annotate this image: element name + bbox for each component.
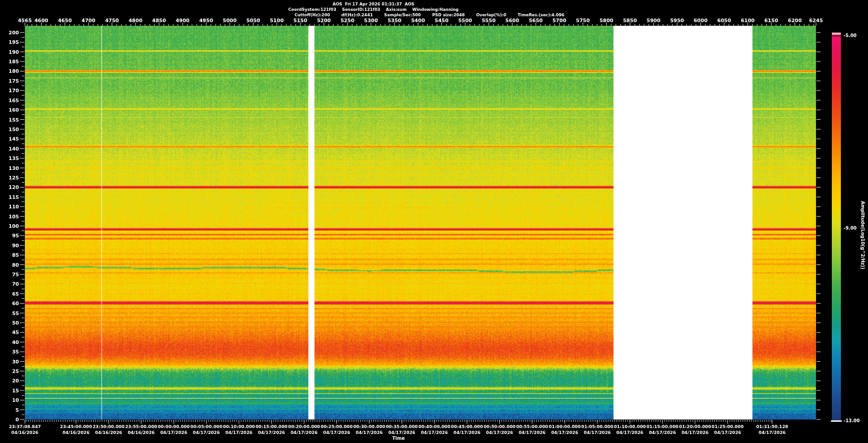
record-tick-label: 6050 — [717, 18, 731, 23]
freq-tick-label: 75 — [0, 272, 19, 277]
freq-tick-label-text: 170 — [0, 88, 19, 93]
time-tick-label-text: 01:25:00.000 — [712, 424, 744, 429]
freq-tick-label-text: 10 — [0, 398, 19, 403]
time-tick-label: 23:37:08.84704/16/2026 — [9, 424, 41, 435]
freq-tick-label: 95 — [0, 233, 19, 238]
time-tick-label-text: 04/17/2026 — [614, 429, 646, 435]
freq-tick-label-text: 95 — [0, 233, 19, 238]
header-processing-params: Cuttoff(Hz):200 df(Hz):0.2441 Sample/Sec… — [294, 13, 564, 18]
spectrogram-canvas[interactable] — [0, 0, 868, 443]
record-tick-label-text: 5300 — [364, 18, 378, 23]
time-tick-label-text: 00:00:00.000 — [158, 424, 190, 429]
time-tick-label: 00:45:00.00004/17/2026 — [451, 424, 483, 435]
colorbar-tick-label: -13.00 — [844, 418, 860, 423]
time-tick-label: 23:45:00.00004/16/2026 — [60, 424, 92, 435]
freq-tick-label: 130 — [0, 166, 19, 171]
time-tick-label-text: 04/16/2026 — [9, 429, 41, 435]
freq-tick-label-text: 145 — [0, 137, 19, 141]
time-tick-label-text: 01:00:00.000 — [549, 424, 581, 429]
time-tick-label-text: 00:40:00.000 — [419, 424, 451, 429]
record-tick-label: 4600 — [34, 18, 48, 23]
record-tick-label: 4800 — [128, 18, 142, 23]
time-tick-label: 00:20:00.00004/17/2026 — [288, 424, 320, 435]
record-tick-label: 5050 — [246, 18, 260, 23]
freq-tick-label-text: 40 — [0, 340, 19, 345]
record-tick-label-text: 4900 — [176, 18, 190, 23]
time-tick-label-text: 04/17/2026 — [712, 429, 744, 435]
freq-tick-label: 135 — [0, 156, 19, 161]
record-tick-label-text: 5850 — [623, 18, 637, 23]
time-tick-label-text: 01:15:00.000 — [646, 424, 679, 429]
record-tick-label: 5350 — [387, 18, 401, 23]
freq-tick-label: 150 — [0, 127, 19, 132]
freq-tick-label-text: 85 — [0, 253, 19, 258]
time-tick-label-text: 01:05:00.000 — [581, 424, 613, 429]
time-tick-label-text: 00:30:00.000 — [353, 424, 385, 429]
colorbar-tick-label-text: -13.00 — [844, 418, 860, 423]
record-tick-label: 5000 — [223, 18, 237, 23]
freq-tick-label: 40 — [0, 340, 19, 345]
time-tick-label-text: 01:10:00.000 — [614, 424, 646, 429]
freq-tick-label-text: 200 — [0, 30, 19, 35]
time-tick-label-text: 04/17/2026 — [484, 429, 516, 435]
record-tick-label: 5550 — [482, 18, 496, 23]
record-tick-label-text: 6100 — [741, 18, 755, 23]
record-tick-label-text: 6245 — [809, 18, 823, 23]
time-tick-label-text: 01:31:50.128 — [756, 424, 788, 429]
freq-tick-label: 180 — [0, 69, 19, 74]
record-tick-label: 5650 — [529, 18, 543, 23]
record-tick-label: 4900 — [176, 18, 190, 23]
record-tick-label: 4950 — [199, 18, 213, 23]
time-tick-label-text: 00:05:00.000 — [190, 424, 222, 429]
record-tick-label-text: 4950 — [199, 18, 213, 23]
freq-tick-label-text: 125 — [0, 175, 19, 180]
colorbar-title: Amplitude(Log10(g^2/Hz)) — [860, 201, 865, 269]
time-tick-label-text: 04/16/2026 — [125, 429, 157, 435]
record-tick-label: 5800 — [599, 18, 613, 23]
time-tick-label: 00:30:00.00004/17/2026 — [353, 424, 385, 435]
time-tick-label-text: 04/16/2026 — [93, 429, 125, 435]
record-tick-label-text: 5550 — [482, 18, 496, 23]
record-tick-label-text: 5050 — [246, 18, 260, 23]
freq-tick-label-text: 150 — [0, 127, 19, 132]
time-tick-label-text: 04/17/2026 — [223, 429, 255, 435]
record-tick-label-text: 5750 — [576, 18, 590, 23]
freq-tick-label-text: 195 — [0, 40, 19, 45]
freq-tick-label: 190 — [0, 50, 19, 55]
record-tick-label: 5750 — [576, 18, 590, 23]
record-tick-label-text: 5800 — [599, 18, 613, 23]
freq-tick-label: 145 — [0, 137, 19, 141]
record-tick-label-text: 5200 — [317, 18, 331, 23]
freq-tick-label-text: 5 — [0, 408, 19, 413]
freq-tick-label-text: 20 — [0, 378, 19, 383]
time-tick-label-text: 04/17/2026 — [255, 429, 288, 435]
record-tick-label: 4850 — [152, 18, 166, 23]
record-tick-label-text: 5150 — [293, 18, 307, 23]
freq-tick-label: 90 — [0, 243, 19, 248]
record-tick-label: 5600 — [505, 18, 519, 23]
time-tick-label-text: 04/17/2026 — [158, 429, 190, 435]
time-tick-label: 00:35:00.00004/17/2026 — [386, 424, 418, 435]
freq-tick-label: 60 — [0, 301, 19, 306]
time-tick-label-text: 23:55:00.000 — [125, 424, 157, 429]
freq-tick-label-text: 80 — [0, 263, 19, 268]
freq-tick-label: 160 — [0, 108, 19, 113]
time-tick-label: 00:25:00.00004/17/2026 — [321, 424, 353, 435]
freq-tick-label: 100 — [0, 224, 19, 229]
record-tick-label-text: 5950 — [670, 18, 684, 23]
time-tick-label-text: 04/17/2026 — [353, 429, 385, 435]
time-tick-label-text: 23:45:00.000 — [60, 424, 92, 429]
freq-tick-label-text: 105 — [0, 214, 19, 219]
time-tick-label: 00:10:00.00004/17/2026 — [223, 424, 255, 435]
freq-tick-label: 195 — [0, 40, 19, 45]
time-tick-label: 01:20:00.00004/17/2026 — [679, 424, 711, 435]
record-tick-label-text: 5500 — [458, 18, 472, 23]
record-tick-label: 5100 — [270, 18, 284, 23]
time-tick-label: 23:55:00.00004/16/2026 — [125, 424, 157, 435]
freq-tick-label-text: 70 — [0, 282, 19, 287]
time-tick-label: 01:31:50.12804/17/2026 — [756, 424, 788, 435]
record-tick-label-text: 4800 — [128, 18, 142, 23]
freq-tick-label: 45 — [0, 330, 19, 335]
record-tick-label-text: 4750 — [105, 18, 119, 23]
record-tick-label-text: 5350 — [387, 18, 401, 23]
